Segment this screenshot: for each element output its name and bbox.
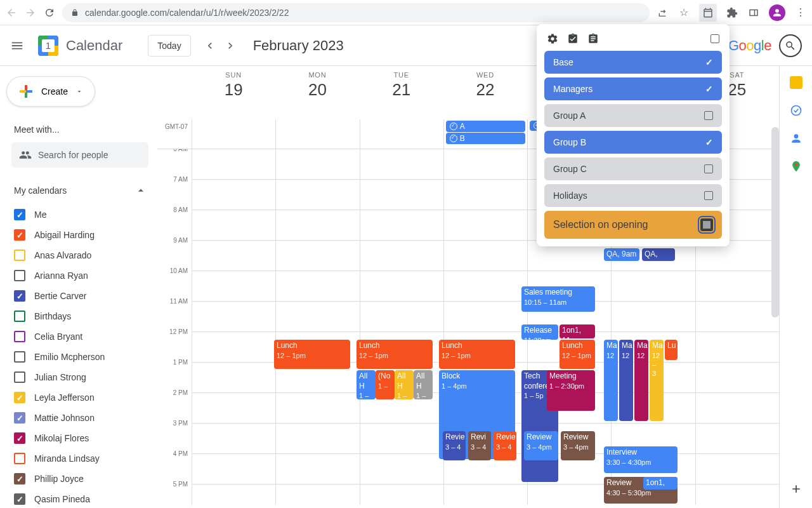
calendar-checkbox[interactable] — [14, 412, 25, 424]
checkbox[interactable] — [704, 111, 713, 120]
calendar-checkbox[interactable] — [14, 311, 25, 322]
event[interactable]: Revie3 – 4 — [443, 431, 466, 460]
calendar-checkbox[interactable] — [14, 473, 25, 485]
event[interactable]: Lunch12 – 1pm — [274, 340, 350, 369]
back-icon[interactable] — [5, 6, 18, 19]
event[interactable]: Review3 – 4pm — [524, 431, 558, 460]
next-week-icon[interactable] — [220, 36, 240, 56]
group-row[interactable]: Group C — [544, 157, 722, 180]
event[interactable]: All H1 – — [357, 370, 376, 399]
day-header[interactable]: SUN19 — [192, 66, 275, 119]
calendar-checkbox[interactable] — [14, 270, 25, 281]
calendar-item[interactable]: Birthdays — [14, 306, 157, 326]
allday-tue[interactable] — [360, 119, 443, 149]
calendar-item[interactable]: Leyla Jefferson — [14, 387, 157, 408]
forward-icon[interactable] — [24, 6, 37, 19]
scrollbar[interactable] — [771, 127, 779, 318]
event[interactable]: Lunch12 – 1pm — [439, 340, 515, 369]
event[interactable]: Revi3 – 4 — [468, 431, 491, 460]
group-row[interactable]: Holidays — [544, 184, 722, 207]
calendar-item[interactable]: Arianna Ryan — [14, 265, 157, 286]
calendar-checkbox[interactable] — [14, 351, 25, 363]
selection-on-opening-checkbox[interactable] — [700, 218, 713, 231]
clipboard-icon[interactable] — [587, 33, 599, 44]
calendar-item[interactable]: Anas Alvarado — [14, 245, 157, 265]
sidepanel-icon[interactable] — [747, 6, 760, 19]
add-panel-icon[interactable] — [790, 483, 802, 495]
event[interactable]: 1on1, 4:3 — [643, 477, 678, 490]
checkbox[interactable] — [704, 164, 713, 173]
maps-icon[interactable] — [790, 160, 802, 173]
event[interactable]: Ma12 – 3 — [650, 340, 664, 421]
event[interactable]: Ma12 — [604, 340, 618, 421]
event[interactable]: Review3 – 4pm — [561, 431, 595, 460]
event[interactable]: QA, 9am — [604, 248, 639, 261]
calendar-item[interactable]: Mattie Johnson — [14, 408, 157, 428]
event[interactable]: All H1 – — [414, 370, 433, 399]
event[interactable]: Sales meeting10:15 – 11am — [521, 286, 595, 312]
calendar-item[interactable]: Mikolaj Flores — [14, 428, 157, 448]
check-icon[interactable] — [705, 57, 713, 67]
checkbox[interactable] — [704, 191, 713, 200]
calendar-item[interactable]: Celia Bryant — [14, 326, 157, 347]
calendar-item[interactable]: Abigail Harding — [14, 225, 157, 245]
allday-sun[interactable] — [192, 119, 275, 149]
gear-icon[interactable] — [547, 33, 558, 44]
calendar-checkbox[interactable] — [14, 229, 25, 241]
calendar-item[interactable]: Me — [14, 204, 157, 225]
calendar-checkbox[interactable] — [14, 371, 25, 383]
calendar-item[interactable]: Miranda Lindsay — [14, 448, 157, 469]
event[interactable]: (No1 – — [376, 370, 395, 399]
today-button[interactable]: Today — [148, 35, 190, 57]
event[interactable]: Revie3 – 4 — [494, 431, 516, 460]
search-people-input[interactable]: Search for people — [11, 142, 148, 168]
calendar-checkbox[interactable] — [14, 432, 25, 444]
calendar-logo[interactable]: 1 — [36, 33, 61, 58]
check-icon[interactable] — [705, 84, 713, 94]
calendar-checkbox[interactable] — [14, 209, 25, 220]
event[interactable]: Lunch12 – 1pm — [357, 340, 433, 369]
event[interactable]: Release11:30am — [521, 324, 558, 340]
group-row[interactable]: Group A — [544, 104, 722, 127]
day-header[interactable]: MON20 — [275, 66, 359, 119]
calendar-checkbox[interactable] — [14, 290, 25, 302]
calendar-checkbox[interactable] — [14, 250, 25, 261]
kebab-icon[interactable]: ⋮ — [794, 6, 807, 19]
keep-icon[interactable] — [790, 76, 802, 89]
my-calendars-header[interactable]: My calendars — [0, 179, 157, 202]
event[interactable]: All H1 – — [395, 370, 414, 399]
event[interactable]: Ma12 — [619, 340, 633, 421]
contacts-icon[interactable] — [790, 132, 802, 145]
tasks-icon[interactable] — [790, 104, 802, 117]
extension-calendar-icon[interactable] — [699, 4, 717, 22]
popup-top-checkbox[interactable] — [710, 34, 719, 43]
event[interactable]: Meeting1 – 2:30pm — [547, 370, 595, 411]
google-search-icon[interactable] — [779, 34, 802, 57]
event[interactable]: 1on1, 11: — [560, 324, 595, 338]
group-row[interactable]: Group B — [544, 131, 722, 154]
day-header[interactable]: WED22 — [443, 66, 527, 119]
extensions-puzzle-icon[interactable] — [726, 6, 738, 19]
event[interactable]: QA, 9am — [642, 248, 675, 261]
group-row[interactable]: Base — [544, 51, 722, 74]
allday-mon[interactable] — [275, 119, 359, 149]
url-bar[interactable]: calendar.google.com/calendar/u/1/r/week/… — [62, 3, 650, 22]
create-button[interactable]: Create — [6, 76, 95, 107]
calendar-checkbox[interactable] — [14, 331, 25, 342]
event[interactable]: Ma12 — [634, 340, 648, 421]
check-icon[interactable] — [705, 137, 713, 147]
event[interactable]: Lunch12 – 1pm — [560, 340, 595, 369]
main-menu-icon[interactable] — [10, 39, 25, 53]
allday-wed[interactable]: A B — [443, 119, 527, 149]
day-header[interactable]: TUE21 — [360, 66, 443, 119]
calendar-item[interactable]: Emilio Mcpherson — [14, 347, 157, 367]
assignment-icon[interactable] — [567, 33, 579, 44]
bookmark-star-icon[interactable]: ☆ — [678, 6, 690, 19]
profile-avatar[interactable] — [769, 4, 785, 21]
calendar-checkbox[interactable] — [14, 453, 25, 464]
event[interactable]: Interview3:30 – 4:30pm — [604, 446, 678, 473]
reload-icon[interactable] — [43, 6, 56, 19]
calendar-checkbox[interactable] — [14, 493, 25, 505]
allday-chip[interactable]: A — [446, 121, 525, 132]
allday-chip[interactable]: B — [446, 133, 525, 144]
